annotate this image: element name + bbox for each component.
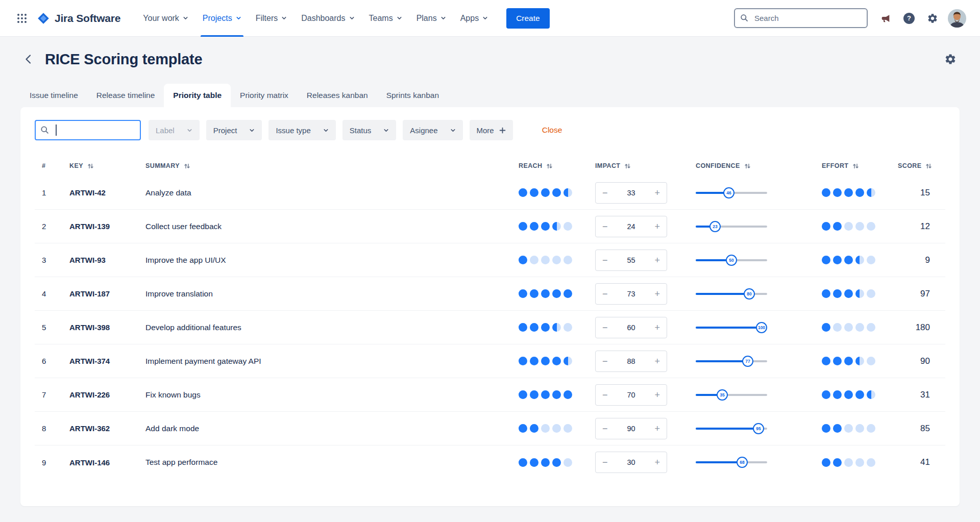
rating-dot[interactable]: [541, 424, 550, 433]
slider-thumb[interactable]: 23: [709, 221, 721, 232]
effort-rating[interactable]: [822, 424, 898, 433]
decrease-button[interactable]: −: [602, 222, 608, 231]
rating-dot[interactable]: [855, 289, 864, 298]
increase-button[interactable]: +: [654, 289, 660, 299]
tab-priority-matrix[interactable]: Priority matrix: [231, 84, 298, 107]
issue-key[interactable]: ARTWI-93: [69, 256, 145, 264]
rating-dot[interactable]: [844, 188, 853, 197]
global-search-input[interactable]: [734, 8, 868, 28]
rating-dot[interactable]: [541, 357, 550, 365]
rating-dot[interactable]: [822, 390, 830, 399]
rating-dot[interactable]: [541, 458, 550, 467]
rating-dot[interactable]: [833, 289, 842, 298]
rating-dot[interactable]: [833, 424, 842, 433]
filter-dropdown-asignee[interactable]: Asignee: [403, 120, 462, 140]
confidence-slider[interactable]: 46: [696, 187, 767, 198]
rating-dot[interactable]: [541, 256, 550, 264]
rating-dot[interactable]: [822, 323, 830, 332]
decrease-button[interactable]: −: [602, 256, 608, 265]
rating-dot[interactable]: [564, 222, 572, 231]
create-button[interactable]: Create: [506, 8, 550, 29]
reach-rating[interactable]: [519, 256, 595, 264]
decrease-button[interactable]: −: [602, 188, 608, 197]
rating-dot[interactable]: [833, 390, 842, 399]
increase-button[interactable]: +: [654, 458, 660, 467]
issue-summary[interactable]: Collect user feedback: [145, 222, 519, 231]
rating-dot[interactable]: [530, 323, 538, 332]
rating-dot[interactable]: [564, 357, 572, 365]
rating-dot[interactable]: [530, 256, 538, 264]
reach-rating[interactable]: [519, 222, 595, 231]
issue-summary[interactable]: Test app performace: [145, 458, 519, 467]
announcements-button[interactable]: [876, 9, 895, 28]
table-search-input[interactable]: [35, 120, 141, 140]
app-switcher-button[interactable]: [13, 10, 31, 27]
decrease-button[interactable]: −: [602, 323, 608, 332]
increase-button[interactable]: +: [654, 323, 660, 332]
rating-dot[interactable]: [552, 222, 561, 231]
rating-dot[interactable]: [519, 188, 527, 197]
rating-dot[interactable]: [855, 256, 864, 264]
rating-dot[interactable]: [564, 256, 572, 264]
rating-dot[interactable]: [519, 323, 527, 332]
reach-rating[interactable]: [519, 424, 595, 433]
reach-rating[interactable]: [519, 289, 595, 298]
effort-rating[interactable]: [822, 222, 898, 231]
effort-rating[interactable]: [822, 188, 898, 197]
reach-rating[interactable]: [519, 323, 595, 332]
rating-dot[interactable]: [541, 323, 550, 332]
confidence-slider[interactable]: 35: [696, 389, 767, 401]
reach-rating[interactable]: [519, 357, 595, 365]
issue-key[interactable]: ARTWI-187: [69, 289, 145, 298]
rating-dot[interactable]: [833, 357, 842, 365]
rating-dot[interactable]: [519, 390, 527, 399]
confidence-slider[interactable]: 95: [696, 423, 767, 434]
rating-dot[interactable]: [844, 323, 853, 332]
filter-dropdown-issue-type[interactable]: Issue type: [268, 120, 335, 140]
rating-dot[interactable]: [833, 323, 842, 332]
rating-dot[interactable]: [855, 390, 864, 399]
rating-dot[interactable]: [822, 357, 830, 365]
rating-dot[interactable]: [564, 289, 572, 298]
settings-button[interactable]: [923, 9, 942, 28]
nav-item-apps[interactable]: Apps: [453, 0, 495, 37]
rating-dot[interactable]: [844, 390, 853, 399]
nav-item-dashboards[interactable]: Dashboards: [294, 0, 361, 37]
nav-item-plans[interactable]: Plans: [409, 0, 453, 37]
rating-dot[interactable]: [855, 323, 864, 332]
confidence-slider[interactable]: 80: [696, 288, 767, 300]
increase-button[interactable]: +: [654, 390, 660, 400]
tab-issue-timeline[interactable]: Issue timeline: [20, 84, 87, 107]
issue-key[interactable]: ARTWI-42: [69, 188, 145, 197]
rating-dot[interactable]: [855, 188, 864, 197]
reach-rating[interactable]: [519, 188, 595, 197]
rating-dot[interactable]: [855, 424, 864, 433]
rating-dot[interactable]: [822, 222, 830, 231]
tab-release-timeline[interactable]: Release timeline: [87, 84, 164, 107]
rating-dot[interactable]: [867, 323, 875, 332]
issue-summary[interactable]: Add dark mode: [145, 424, 519, 433]
rating-dot[interactable]: [822, 458, 830, 467]
rating-dot[interactable]: [844, 357, 853, 365]
rating-dot[interactable]: [530, 357, 538, 365]
column-header-reach[interactable]: REACH: [519, 162, 595, 169]
reach-rating[interactable]: [519, 458, 595, 467]
rating-dot[interactable]: [519, 222, 527, 231]
rating-dot[interactable]: [552, 458, 561, 467]
rating-dot[interactable]: [867, 222, 875, 231]
rating-dot[interactable]: [552, 289, 561, 298]
rating-dot[interactable]: [564, 458, 572, 467]
rating-dot[interactable]: [833, 188, 842, 197]
decrease-button[interactable]: −: [602, 424, 608, 433]
rating-dot[interactable]: [530, 188, 538, 197]
increase-button[interactable]: +: [654, 256, 660, 265]
confidence-slider[interactable]: 23: [696, 221, 767, 232]
column-header-confidence[interactable]: CONFIDENCE: [696, 162, 822, 169]
slider-thumb[interactable]: 100: [756, 322, 767, 333]
issue-key[interactable]: ARTWI-139: [69, 222, 145, 231]
effort-rating[interactable]: [822, 256, 898, 264]
rating-dot[interactable]: [552, 357, 561, 365]
rating-dot[interactable]: [530, 289, 538, 298]
issue-summary[interactable]: Analyze data: [145, 188, 519, 197]
decrease-button[interactable]: −: [602, 458, 608, 467]
